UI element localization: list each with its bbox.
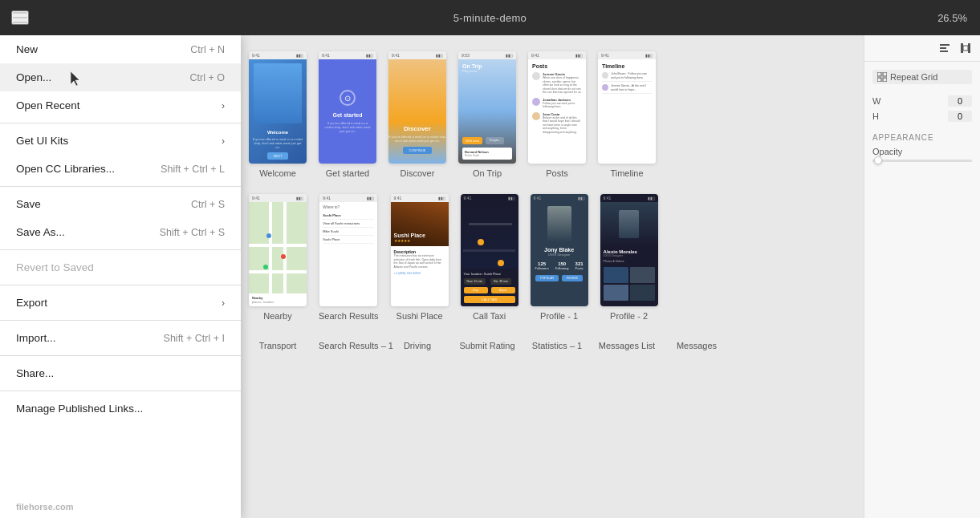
post-avatar-2 [532,98,540,106]
menu-label-new: New [16,43,38,55]
menu-label-open-cc: Open CC Libraries... [16,163,115,175]
menu-item-manage[interactable]: Manage Published Links... [0,395,241,423]
p2-img-2 [630,267,655,283]
hamburger-button[interactable] [11,10,29,25]
sr-header: Where to? [323,205,374,209]
frame-label-profile-2: Profile - 2 [610,311,648,321]
watermark: filehorse.com [16,502,225,512]
p1-name: Jony Blake [544,247,574,253]
file-menu: New Ctrl + N Open... Ctrl + O Open Recen… [0,35,241,518]
gs-title: Get started [333,112,363,118]
sushi-title: Sushi Place [394,233,445,238]
menu-item-open-recent[interactable]: Open Recent › [0,91,241,119]
canvas-grid: 9:41▮▮▯ Welcome If you've offered a meal… [241,35,864,518]
disc-title: Discover [404,125,431,132]
menu-separator-6 [0,355,241,356]
get-started-screen: ⊙ Get started If you've offered a meal o… [319,59,376,164]
status-bar-ct: 9:41▮▮▯ [461,194,518,202]
gs-subtitle: If you've offered a meal on a rocket shi… [319,121,376,133]
sr-item-3: Mike Sushi [323,228,374,236]
post-text-1: When one door of happiness closes, anoth… [543,76,582,95]
gs-icon: ⊙ [340,90,356,106]
status-bar-tl: 9:41▮▮▯ [598,51,656,59]
dimensions-section: W 0 H 0 [872,95,972,122]
repeat-grid-button[interactable]: Repeat Grid [872,70,972,84]
width-value[interactable]: 0 [948,95,972,107]
p2-photo [619,210,639,238]
discover-screen: Discover If you've offered a meal on a r… [388,59,446,164]
frame-label-sushi-place: Sushi Place [396,311,443,321]
welcome-image [254,63,302,123]
frame-sushi-place[interactable]: 9:41▮▮▯ Sushi Place ★★★★★ Description Th… [391,194,449,321]
frame-nearby[interactable]: 9:41▮▮▯ Nearby places, location [249,194,307,321]
frame-discover[interactable]: 9:41▮▮▯ Discover If you've offered a mea… [388,51,446,178]
frame-label-submit-rating: Submit Rating [458,341,516,350]
p2-img-3 [604,285,628,301]
svg-rect-10 [883,78,887,82]
menu-label-import: Import... [16,332,56,344]
menu-item-save[interactable]: Save Ctrl + S [0,190,241,218]
distribute-icon[interactable] [959,42,972,55]
canvas-row-3-labels: Transport Search Results – 1 Driving Sub… [249,337,856,350]
opacity-slider[interactable] [872,160,972,162]
thumb-nearby: 9:41▮▮▯ Nearby places, location [249,194,307,306]
menu-arrow-open-recent: › [222,100,225,111]
welcome-screen: Welcome If you've offered a meal on a ro… [249,59,307,164]
status-bar: 9:41▮▮▯ [249,51,307,59]
canvas-row-2: 9:41▮▮▯ Nearby places, location [249,194,856,321]
p2-body: Alexio Morales UX/UI Designer Photos & V… [600,246,658,304]
thumb-profile-1: 9:41▮▮▯ Jony Blake UX/UI Designer 125Fol… [531,194,588,306]
right-panel-icons [864,35,980,62]
menu-item-new[interactable]: New Ctrl + N [0,35,241,63]
menu-item-import[interactable]: Import... Shift + Ctrl + I [0,324,241,352]
menu-label-save: Save [16,198,41,210]
frame-label-posts: Posts [546,168,568,178]
map-bottom-label: Nearby places, location [249,293,307,306]
profile1-screen: Jony Blake UX/UI Designer 125Followers 1… [531,202,588,306]
menu-shortcut-save-as: Shift + Ctrl + S [160,227,225,238]
tl-avatar-1 [602,72,608,79]
frame-on-trip[interactable]: 9:53▮▮▯ On Trip Play music Wild west Tho… [458,51,516,178]
tl-title: Timeline [602,63,652,69]
tl-text-2: Jerome Garcia - At the end I would love … [611,84,652,91]
menu-shortcut-open: Ctrl + O [190,72,225,83]
post-item-3: Jean Costa Believe at the end of all thi… [532,112,582,135]
on-trip-screen: On Trip Play music Wild west Thoughts...… [458,59,516,164]
status-bar-nb: 9:41▮▮▯ [249,194,307,202]
menu-item-export[interactable]: Export › [0,289,241,317]
menu-item-save-as[interactable]: Save As... Shift + Ctrl + S [0,218,241,246]
align-left-icon[interactable] [938,42,951,55]
height-row: H 0 [872,111,972,122]
p1-role: UX/UI Designer [548,253,571,257]
frame-label-driving: Driving [388,341,446,350]
frame-profile-1[interactable]: 9:41▮▮▯ Jony Blake UX/UI Designer 125Fol… [531,194,588,321]
repeat-grid-section: Repeat Grid [872,70,972,84]
opacity-slider-thumb[interactable] [874,156,882,164]
ct-bottom-panel: Your location: Sushi Place Now: 15 min S… [461,269,518,306]
welcome-title: Welcome [267,130,288,135]
menu-item-open[interactable]: Open... Ctrl + O [0,63,241,91]
menu-item-revert[interactable]: Revert to Saved [0,253,241,281]
map-road-h1 [249,244,307,247]
right-panel-content: Repeat Grid W 0 H 0 APPEARANCE Opacity [864,62,980,181]
thumb-get-started: 9:41▮▮▯ ⊙ Get started If you've offered … [319,51,376,164]
frame-label-profile-1: Profile - 1 [540,311,578,321]
frame-search-results[interactable]: 9:41▮▮▯ Where to? Sushi Place View all S… [319,194,379,321]
menu-item-share[interactable]: Share... [0,359,241,387]
frame-get-started[interactable]: 9:41▮▮▯ ⊙ Get started If you've offered … [319,51,376,178]
svg-rect-7 [877,72,881,76]
svg-rect-6 [963,46,968,51]
frame-label-search-results-1: Search Results – 1 [319,341,376,350]
appearance-section: APPEARANCE Opacity [872,133,972,162]
right-panel: Repeat Grid W 0 H 0 APPEARANCE Opacity [864,35,980,518]
profile2-screen: Alexio Morales UX/UI Designer Photos & V… [600,202,658,306]
frame-timeline[interactable]: 9:41▮▮▯ Timeline John Brown - Follow you… [598,51,656,178]
frame-posts[interactable]: 9:41▮▮▯ Posts Jerome Garcia When one doo… [528,51,586,178]
menu-item-open-cc[interactable]: Open CC Libraries... Shift + Ctrl + L [0,155,241,183]
height-value[interactable]: 0 [948,111,972,122]
frame-profile-2[interactable]: 9:41▮▮▯ Alexio Morales UX/UI Designer Ph… [600,194,658,321]
frame-call-taxi[interactable]: 9:41▮▮▯ Your location: Sushi Place Now: … [461,194,518,321]
frame-welcome[interactable]: 9:41▮▮▯ Welcome If you've offered a meal… [249,51,307,178]
menu-item-get-ui-kits[interactable]: Get UI Kits › [0,127,241,155]
welcome-next-btn: NEXT [267,152,289,160]
